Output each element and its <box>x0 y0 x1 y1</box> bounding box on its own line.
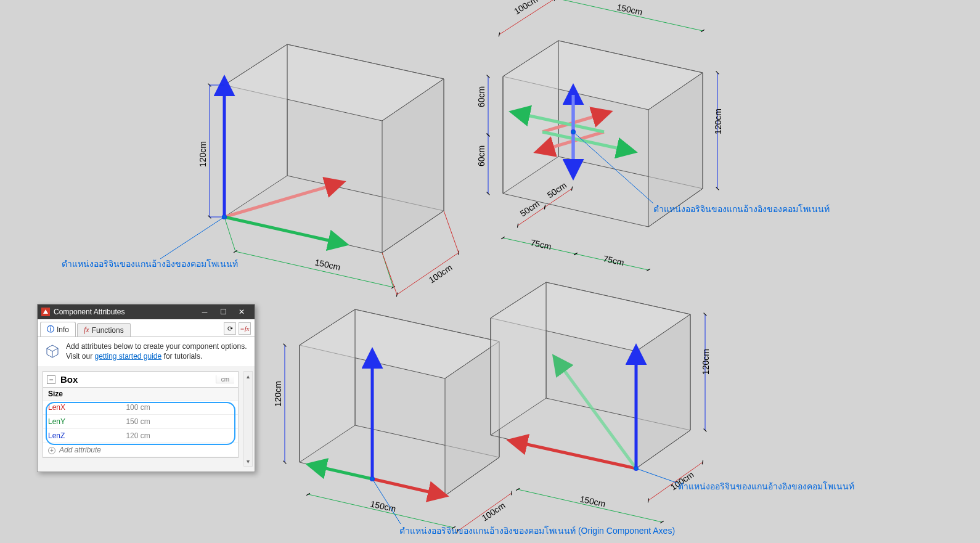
svg-point-50 <box>370 477 374 481</box>
close-button[interactable]: ✕ <box>232 304 251 319</box>
box-bottom-center: 120cm 150cm 100cm <box>273 309 512 531</box>
intro-row: Add attributes below to create your comp… <box>38 337 255 366</box>
tab-info[interactable]: ⓘ Info <box>40 322 76 337</box>
tab-functions[interactable]: fx Functions <box>77 323 131 337</box>
axis-y-green <box>224 217 345 244</box>
unit-label[interactable]: cm <box>216 375 234 383</box>
attr-value-lenx[interactable]: 100 cm <box>121 401 238 415</box>
attribute-area: − Box cm Size LenX 100 cm LenY 150 cm Le… <box>38 366 255 472</box>
attr-value-lenz[interactable]: 120 cm <box>121 429 238 443</box>
attr-row-lenx[interactable]: LenX 100 cm <box>43 401 238 415</box>
svg-text:60cm: 60cm <box>476 86 486 107</box>
collapse-toggle[interactable]: − <box>47 375 55 384</box>
svg-line-40 <box>309 465 372 479</box>
svg-point-38 <box>571 130 575 134</box>
titlebar[interactable]: Component Attributes ─ ☐ ✕ <box>38 304 255 319</box>
svg-text:120cm: 120cm <box>273 381 283 407</box>
scroll-up-icon[interactable]: ▴ <box>244 372 252 381</box>
svg-line-39 <box>372 479 445 496</box>
intro-text-b: for tutorials. <box>161 352 202 361</box>
size-group-label: Size <box>43 388 238 401</box>
svg-text:120cm: 120cm <box>713 108 723 134</box>
callout-top-left: ตำแหน่งออริจินของแกนอ้างอิงของคอมโพเนนท์ <box>62 257 238 271</box>
attr-label-lenz: LenZ <box>43 429 121 443</box>
callout-top-right: ตำแหน่งออริจินของแกนอ้างอิงของคอมโพเนนท์ <box>653 202 830 216</box>
svg-text:50cm: 50cm <box>545 180 568 200</box>
sketchup-icon <box>41 308 50 316</box>
attr-label-lenx: LenX <box>43 401 121 415</box>
scrollbar[interactable]: ▴ ▾ <box>243 371 253 467</box>
tab-bar: ⓘ Info fx Functions ⟳ =fx <box>38 319 255 337</box>
svg-line-5 <box>224 217 235 251</box>
cube-icon <box>44 342 61 359</box>
svg-line-10 <box>160 217 224 259</box>
attr-label-leny: LenY <box>43 415 121 429</box>
svg-text:100cm: 100cm <box>480 500 507 523</box>
svg-line-45 <box>308 494 454 528</box>
svg-line-9 <box>444 211 459 253</box>
minimize-button[interactable]: ─ <box>195 304 214 319</box>
add-attribute-row[interactable]: +Add attribute <box>43 443 238 457</box>
svg-line-4 <box>235 251 393 287</box>
svg-text:120cm: 120cm <box>701 349 711 375</box>
attr-value-leny[interactable]: 150 cm <box>121 415 238 429</box>
scroll-down-icon[interactable]: ▾ <box>244 457 252 466</box>
getting-started-link[interactable]: getting started guide <box>94 352 161 361</box>
dim-100: 100cm <box>427 263 454 285</box>
callout-bottom-center: ตำแหน่งออริจินของแกนอ้างอิงของคอมโพเนนท์… <box>399 524 675 537</box>
attr-row-leny[interactable]: LenY 150 cm <box>43 415 238 429</box>
svg-text:100cm: 100cm <box>512 0 539 17</box>
svg-point-62 <box>634 467 638 470</box>
svg-text:75cm: 75cm <box>602 253 625 267</box>
maximize-button[interactable]: ☐ <box>214 304 232 319</box>
svg-point-11 <box>223 215 226 219</box>
fx-icon: fx <box>84 325 89 335</box>
box-top-right: 100cm 150cm 120cm 60cm 60cm 50cm 50cm 75… <box>476 0 723 270</box>
toggle-fx-button[interactable]: =fx <box>239 322 251 335</box>
svg-text:75cm: 75cm <box>529 237 552 251</box>
attr-row-lenz[interactable]: LenZ 120 cm <box>43 429 238 443</box>
callout-bottom-right: ตำแหน่งออริจินของแกนอ้างอิงของคอมโพเนนท์ <box>678 480 854 493</box>
svg-line-61 <box>636 468 678 483</box>
info-icon: ⓘ <box>47 324 54 335</box>
dim-120: 120cm <box>198 141 208 167</box>
component-name: Box <box>60 374 78 385</box>
panel-title: Component Attributes <box>54 308 125 316</box>
svg-text:60cm: 60cm <box>476 145 486 166</box>
component-attributes-panel: Component Attributes ─ ☐ ✕ ⓘ Info fx Fun… <box>37 304 255 472</box>
refresh-button[interactable]: ⟳ <box>224 322 236 335</box>
svg-line-8 <box>382 253 397 295</box>
add-icon: + <box>48 447 55 454</box>
